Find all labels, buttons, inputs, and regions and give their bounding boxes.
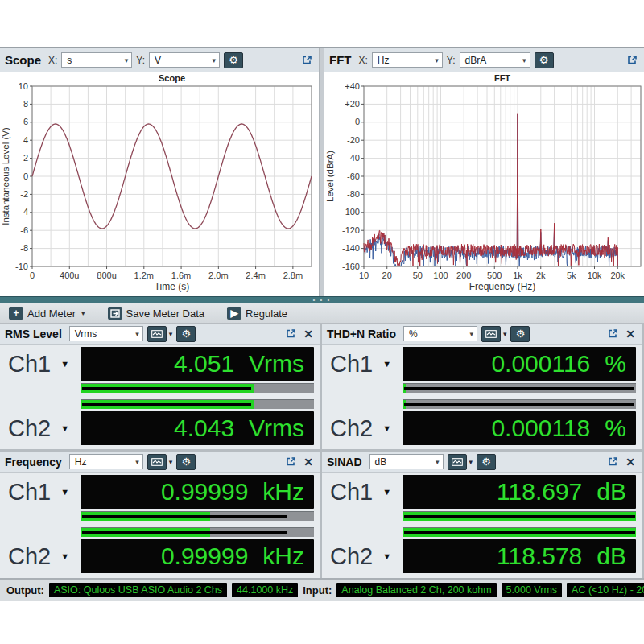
svg-text:-20: -20 [347,135,360,145]
expand-button[interactable] [283,455,298,469]
gear-icon: ⚙ [516,328,526,339]
add-meter-button[interactable]: + Add Meter ▾ [5,306,89,320]
triangle-down-icon: ▼ [60,423,69,433]
gear-icon: ⚙ [182,328,192,339]
meter-display-ch1: 118.697 dB [402,475,636,509]
svg-text:-2: -2 [20,189,28,199]
expand-button[interactable] [283,327,298,341]
meter-settings-button[interactable]: ⚙ [477,454,496,470]
fft-settings-button[interactable]: ⚙ [535,52,554,68]
channel-selector-ch1[interactable]: Ch1 ▼ [2,475,80,509]
waveform-icon [151,330,163,338]
sample-rate-badge[interactable]: 44.1000 kHz [232,583,298,597]
meter-title: RMS Level [5,328,62,341]
fft-chart: +40+200-20-40-60-80-100-120-140-16010205… [324,72,644,296]
scope-x-unit-select[interactable]: s ▾ [61,52,132,68]
scope-expand-button[interactable] [299,53,314,68]
expand-icon [285,328,297,340]
meter-display-ch2: 0.99999 kHz [80,539,314,573]
svg-text:FFT: FFT [494,73,510,83]
chevron-down-icon[interactable]: ▾ [169,330,173,338]
svg-text:Frequency (Hz): Frequency (Hz) [469,281,536,292]
frequency-header: Frequency Hz ▾ ▾ ⚙ ✕ [0,452,320,473]
waveform-icon [452,458,463,466]
svg-text:+40: +40 [345,81,360,91]
input-range-badge[interactable]: 5.000 Vrms [502,583,562,597]
channel-selector-ch1[interactable]: Ch1 ▼ [324,475,402,509]
scope-y-axis-label: Y: [136,55,145,66]
svg-text:2: 2 [23,153,28,163]
svg-text:-80: -80 [347,189,360,199]
svg-text:-4: -4 [20,207,28,217]
level-bar-ch2 [402,527,636,537]
audio-analyzer-app: Scope X: s ▾ Y: V ▾ ⚙ [0,47,644,601]
svg-text:50: 50 [413,270,423,280]
channel-selector-ch2[interactable]: Ch2 ▼ [324,411,402,445]
fft-x-unit-select[interactable]: Hz ▾ [372,52,443,68]
level-bar-ch2 [80,527,314,537]
channel-selector-ch1[interactable]: Ch1 ▼ [2,347,80,381]
gear-icon: ⚙ [481,456,491,467]
output-device-badge[interactable]: ASIO: Quloos USB ASIO Audio 2 Chs [49,583,227,597]
level-bar-ch2 [402,399,636,409]
regulate-button[interactable]: ▶ Regulate [223,306,291,320]
expand-button[interactable] [605,327,620,341]
close-button[interactable]: ✕ [624,328,637,340]
meter-display-mode-button[interactable] [481,326,501,342]
rms-level-body: Ch1 ▼ 4.051 Vrms [0,345,320,449]
scope-panel-title: Scope [5,53,41,67]
level-bar-ch1 [80,383,314,393]
input-device-badge[interactable]: Analog Balanced 2 Ch, 200 kohm [336,583,496,597]
gear-icon: ⚙ [182,456,192,467]
rms-unit-select[interactable]: Vrms ▾ [69,326,143,341]
chevron-down-icon[interactable]: ▾ [469,458,473,466]
meter-toolbar: + Add Meter ▾ Save Meter Data ▶ Regulate [0,303,644,324]
triangle-down-icon: ▼ [60,359,69,369]
svg-text:-40: -40 [347,153,360,163]
chevron-down-icon[interactable]: ▾ [169,458,173,466]
frequency-unit-select[interactable]: Hz ▾ [69,454,143,469]
meter-settings-button[interactable]: ⚙ [176,326,196,342]
close-button[interactable]: ✕ [302,328,315,340]
sinad-header: SINAD dB ▾ ▾ ⚙ ✕ [322,452,642,473]
thdn-unit-select[interactable]: % ▾ [403,326,477,341]
close-button[interactable]: ✕ [302,456,315,468]
chevron-down-icon: ▾ [436,458,440,466]
svg-text:Instantaneous Level (V): Instantaneous Level (V) [1,127,10,225]
meter-settings-button[interactable]: ⚙ [176,454,196,470]
channel-selector-ch1[interactable]: Ch1 ▼ [324,347,402,381]
expand-button[interactable] [605,455,620,469]
fft-expand-button[interactable] [625,53,639,68]
svg-text:2k: 2k [536,270,546,280]
meter-display-mode-button[interactable] [147,454,167,470]
charts-row: Scope X: s ▾ Y: V ▾ ⚙ [0,47,644,296]
play-icon: ▶ [227,307,242,320]
meter-display-mode-button[interactable] [147,326,167,342]
meter-panel-frequency: Frequency Hz ▾ ▾ ⚙ ✕ [0,452,320,578]
svg-text:0: 0 [355,117,360,126]
expand-icon [285,456,297,468]
channel-selector-ch2[interactable]: Ch2 ▼ [2,411,80,445]
scope-y-unit-select[interactable]: V ▾ [149,52,220,68]
chevron-down-icon[interactable]: ▾ [503,330,507,338]
fft-y-unit-select[interactable]: dBrA ▾ [460,52,530,68]
level-bar-ch1 [402,511,636,521]
channel-selector-ch2[interactable]: Ch2 ▼ [2,539,80,573]
svg-text:-6: -6 [20,225,28,235]
scope-settings-button[interactable]: ⚙ [224,52,243,68]
expand-icon [607,456,619,468]
save-meter-data-button[interactable]: Save Meter Data [104,306,209,320]
close-button[interactable]: ✕ [624,456,637,468]
input-coupling-badge[interactable]: AC (<10 Hz) - 20 kHz [567,583,644,597]
frequency-body: Ch1 ▼ 0.99999 kHz [0,473,320,578]
scope-x-axis-label: X: [48,55,57,66]
svg-text:6: 6 [23,117,28,126]
horizontal-splitter[interactable]: • • • [0,296,644,303]
sinad-unit-select[interactable]: dB ▾ [369,454,444,469]
panel-divider[interactable] [319,48,324,296]
meter-display-mode-button[interactable] [448,454,467,470]
save-icon [108,307,122,320]
meter-settings-button[interactable]: ⚙ [510,326,530,342]
channel-selector-ch2[interactable]: Ch2 ▼ [324,539,402,573]
meter-display-ch1: 4.051 Vrms [80,347,314,381]
